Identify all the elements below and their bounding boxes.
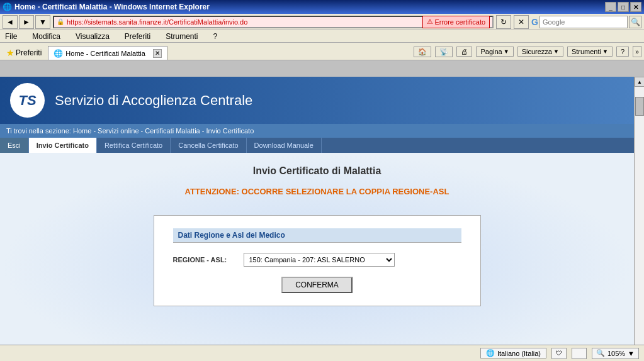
zoom-control[interactable]: 🔍 105% ▼ [592, 348, 639, 359]
zoom-level: 105% [607, 350, 625, 357]
page-label: Pagina [480, 48, 502, 55]
address-bar: ◄ ► ▼ 🔒 https://sistemats.sanita.finanze… [0, 14, 644, 30]
menu-visualizza[interactable]: Visualizza [73, 31, 112, 42]
favorites-label: Preferiti [16, 48, 42, 57]
menu-preferiti[interactable]: Preferiti [122, 31, 153, 42]
tab-close-button[interactable]: ✕ [153, 49, 162, 58]
browser-icon: 🌐 [3, 3, 12, 11]
title-bar: 🌐 Home - Certificati Malattia - Windows … [0, 0, 644, 14]
language-indicator: 🌐 Italiano (Italia) [480, 348, 546, 358]
zoom-arrow-icon: ▼ [628, 350, 635, 357]
page-content: Invio Certificato di Malattia ATTENZIONE… [0, 153, 634, 345]
header-title: Servizio di Accoglienza Centrale [55, 92, 252, 109]
form-box: Dati Regione e Asl del Medico REGIONE - … [154, 215, 481, 306]
logo-text: TS [18, 92, 36, 109]
google-icon: G [531, 17, 538, 27]
close-button[interactable]: ✕ [630, 2, 641, 12]
dropdown-button[interactable]: ▼ [35, 15, 50, 29]
region-asl-select[interactable]: 150: Campania - 207: ASL SALERNO 010: Pi… [244, 253, 395, 267]
minimize-button[interactable]: _ [605, 2, 616, 12]
breadcrumb-prefix: Ti trovi nella sezione: [6, 127, 71, 135]
menu-modifica[interactable]: Modifica [30, 31, 63, 42]
menu-bar: File Modifica Visualizza Preferiti Strum… [0, 30, 644, 43]
ie-toolbar-right: 🏠 📡 🖨 Pagina ▼ Sicurezza ▼ Strumenti ▼ ?… [414, 46, 641, 57]
browser-tab[interactable]: 🌐 Home - Certificati Malattia ✕ [48, 46, 167, 60]
tools-button[interactable]: Strumenti ▼ [567, 47, 613, 57]
tab-invio-certificato[interactable]: Invio Certificato [29, 138, 97, 153]
conferma-button[interactable]: CONFERMA [281, 277, 353, 293]
scrollbar-thumb[interactable] [635, 97, 644, 116]
nav-tabs: Esci Invio Certificato Rettifica Certifi… [0, 138, 634, 153]
page-arrow-icon: ▼ [504, 48, 509, 55]
menu-file[interactable]: File [3, 31, 20, 42]
print-button[interactable]: 🖨 [456, 47, 472, 57]
esci-button[interactable]: Esci [0, 138, 29, 153]
zoom-icon: 🔍 [596, 349, 605, 357]
security-zone: 🛡 [551, 348, 567, 359]
page-title: Invio Certificato di Malattia [253, 165, 381, 177]
tab-icon: 🌐 [54, 49, 63, 58]
tools-arrow-icon: ▼ [602, 48, 608, 55]
region-asl-label: REGIONE - ASL: [173, 256, 236, 264]
page-button[interactable]: Pagina ▼ [476, 47, 513, 57]
form-section-title: Dati Regione e Asl del Medico [173, 228, 461, 243]
scrollbar: ▲ [634, 77, 644, 345]
security-arrow-icon: ▼ [553, 48, 559, 55]
tab-download-manuale[interactable]: Download Manuale [247, 138, 322, 153]
refresh-button[interactable]: ↻ [496, 15, 511, 29]
stop-button[interactable]: ✕ [514, 15, 529, 29]
security-button[interactable]: Sicurezza ▼ [517, 47, 563, 57]
breadcrumb-path: Home - Servizi online - Certificati Mala… [73, 127, 254, 135]
menu-help[interactable]: ? [211, 31, 220, 42]
tab-cancella-certificato[interactable]: Cancella Certificato [171, 138, 246, 153]
back-button[interactable]: ◄ [3, 15, 18, 29]
browser-content: TS Servizio di Accoglienza Centrale Ti t… [0, 77, 634, 345]
warning-icon: ⚠ [427, 18, 433, 26]
security-label: Sicurezza [522, 48, 552, 55]
url-text: https://sistemats.sanita.finanze.it/Cert… [67, 18, 420, 26]
tab-rettifica-certificato[interactable]: Rettifica Certificato [97, 138, 171, 153]
tools-label: Strumenti [572, 48, 601, 55]
tab-label: Home - Certificati Malattia [65, 50, 145, 57]
page-header: TS Servizio di Accoglienza Centrale [0, 77, 634, 124]
warning-message: ATTENZIONE: OCCORRE SELEZIONARE LA COPPI… [185, 187, 449, 196]
form-row: REGIONE - ASL: 150: Campania - 207: ASL … [173, 253, 461, 267]
home-button[interactable]: 🏠 [414, 47, 431, 57]
cert-error-button[interactable]: ⚠ Errore certificato [422, 16, 490, 28]
globe-icon: 🌐 [486, 349, 495, 357]
lock-icon: 🔒 [57, 18, 64, 25]
protected-mode [572, 348, 587, 359]
restore-button[interactable]: □ [618, 2, 629, 12]
forward-button[interactable]: ► [19, 15, 34, 29]
breadcrumb: Ti trovi nella sezione: Home - Servizi o… [0, 124, 634, 138]
feed-button[interactable]: 📡 [435, 47, 453, 57]
search-input[interactable] [539, 16, 628, 28]
favorites-button[interactable]: ★ Preferiti [3, 46, 45, 60]
menu-strumenti[interactable]: Strumenti [163, 31, 200, 42]
help-button[interactable]: ? [616, 47, 629, 57]
window-title: Home - Certificati Malattia - Windows In… [14, 3, 210, 11]
logo: TS [10, 83, 45, 118]
url-field[interactable]: 🔒 https://sistemats.sanita.finanze.it/Ce… [53, 16, 494, 28]
search-button[interactable]: 🔍 [629, 16, 641, 28]
tab-bar: ★ Preferiti 🌐 Home - Certificati Malatti… [0, 43, 644, 60]
more-button[interactable]: » [633, 46, 641, 57]
star-icon: ★ [6, 48, 14, 58]
scroll-up-button[interactable]: ▲ [635, 77, 644, 87]
status-bar: 🌐 Italiano (Italia) 🛡 🔍 105% ▼ [0, 345, 644, 361]
language-text: Italiano (Italia) [497, 350, 541, 357]
